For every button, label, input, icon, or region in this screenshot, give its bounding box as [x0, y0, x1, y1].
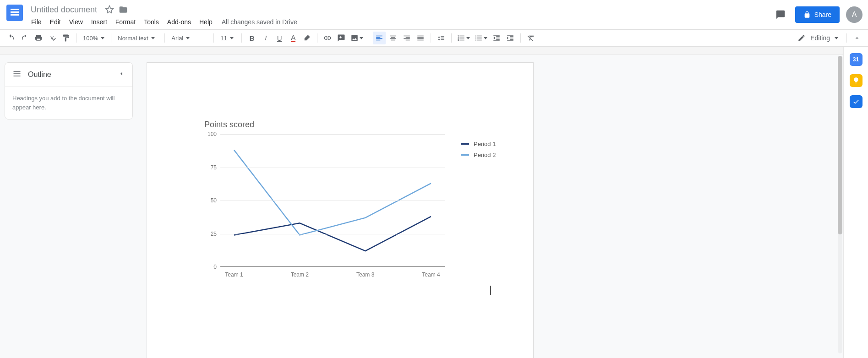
menu-view[interactable]: View — [66, 16, 87, 27]
line-spacing-button[interactable] — [435, 32, 448, 44]
docs-home-icon[interactable] — [5, 4, 24, 22]
share-button[interactable]: Share — [795, 6, 840, 23]
svg-marker-0 — [106, 6, 114, 13]
scrollbar-vertical[interactable] — [838, 56, 842, 353]
style-select[interactable]: Normal text — [115, 32, 161, 44]
tasks-icon[interactable] — [850, 95, 863, 108]
align-right-button[interactable] — [400, 32, 413, 44]
menu-tools[interactable]: Tools — [140, 16, 163, 27]
side-panel: 31 — [843, 47, 868, 358]
chart-title: Points scored — [204, 120, 507, 130]
editing-mode-label: Editing — [810, 34, 830, 42]
spellcheck-button[interactable] — [46, 32, 59, 44]
chart-series-line — [234, 150, 431, 235]
toolbar: 100% Normal text Arial 11 B I U A — [0, 29, 868, 47]
font-select[interactable]: Arial — [169, 32, 210, 44]
outline-panel: Outline Headings you add to the document… — [5, 62, 133, 119]
ruler[interactable] — [0, 47, 843, 55]
insert-link-button[interactable] — [321, 32, 334, 44]
bold-button[interactable]: B — [246, 32, 258, 44]
insert-comment-button[interactable] — [335, 32, 348, 44]
comments-button[interactable] — [772, 6, 789, 23]
outline-title: Outline — [28, 71, 111, 79]
print-button[interactable] — [32, 32, 45, 44]
redo-button[interactable] — [18, 32, 31, 44]
chart-ytick: 100 — [207, 131, 220, 137]
clear-formatting-button[interactable] — [524, 32, 537, 44]
outline-collapse-button[interactable] — [118, 70, 125, 79]
lock-icon — [803, 11, 811, 18]
calendar-icon[interactable]: 31 — [850, 53, 863, 66]
legend-item: Period 2 — [461, 149, 496, 160]
legend-swatch — [461, 143, 469, 145]
menu-addons[interactable]: Add-ons — [164, 16, 195, 27]
chart-xtick: Team 4 — [422, 267, 440, 278]
highlight-button[interactable] — [300, 32, 313, 44]
pencil-icon — [797, 34, 806, 42]
chart-xtick: Team 2 — [291, 267, 309, 278]
document-title[interactable]: Untitled document — [27, 4, 100, 16]
collapse-toolbar-button[interactable] — [851, 32, 863, 44]
star-icon[interactable] — [105, 5, 114, 14]
chart-legend: Period 1Period 2 — [461, 138, 496, 160]
outline-icon — [12, 69, 22, 80]
numbered-list-button[interactable] — [455, 32, 472, 44]
chart-ytick: 25 — [211, 231, 220, 237]
insert-image-button[interactable] — [349, 32, 365, 44]
menu-format[interactable]: Format — [112, 16, 139, 27]
folder-icon[interactable] — [119, 5, 128, 14]
font-size-select[interactable]: 11 — [218, 32, 238, 44]
underline-button[interactable]: U — [273, 32, 286, 44]
scrollbar-thumb[interactable] — [838, 56, 842, 234]
bulleted-list-button[interactable] — [473, 32, 489, 44]
decrease-indent-button[interactable] — [490, 32, 503, 44]
italic-button[interactable]: I — [259, 32, 272, 44]
zoom-select[interactable]: 100% — [80, 32, 107, 44]
chart-xtick: Team 1 — [225, 267, 243, 278]
legend-swatch — [461, 154, 469, 156]
align-justify-button[interactable] — [414, 32, 427, 44]
document-page[interactable]: Points scored 0255075100Team 1Team 2Team… — [147, 62, 534, 358]
header: Untitled document File Edit View Insert … — [0, 0, 868, 29]
chart-ytick: 75 — [211, 164, 220, 171]
increase-indent-button[interactable] — [504, 32, 517, 44]
share-button-label: Share — [814, 11, 831, 18]
undo-button[interactable] — [5, 32, 17, 44]
menu-help[interactable]: Help — [196, 16, 216, 27]
chart[interactable]: Points scored 0255075100Team 1Team 2Team… — [204, 120, 507, 267]
menubar: File Edit View Insert Format Tools Add-o… — [27, 16, 772, 27]
outline-placeholder: Headings you add to the document will ap… — [5, 87, 132, 119]
menu-file[interactable]: File — [27, 16, 45, 27]
editing-mode-select[interactable]: Editing — [793, 34, 843, 42]
chart-ytick: 50 — [211, 197, 220, 204]
legend-label: Period 1 — [474, 141, 496, 147]
align-left-button[interactable] — [373, 32, 386, 44]
document-canvas[interactable]: Outline Headings you add to the document… — [0, 55, 843, 358]
legend-item: Period 1 — [461, 138, 496, 149]
account-avatar[interactable]: A — [846, 6, 863, 23]
chart-ytick: 0 — [213, 264, 220, 270]
text-color-button[interactable]: A — [287, 32, 300, 44]
paint-format-button[interactable] — [60, 32, 72, 44]
legend-label: Period 2 — [474, 152, 496, 158]
align-center-button[interactable] — [387, 32, 399, 44]
text-cursor — [490, 286, 491, 295]
chart-xtick: Team 3 — [356, 267, 374, 278]
menu-insert[interactable]: Insert — [87, 16, 111, 27]
menu-edit[interactable]: Edit — [46, 16, 65, 27]
save-status[interactable]: All changes saved in Drive — [222, 18, 297, 26]
keep-icon[interactable] — [850, 74, 863, 87]
